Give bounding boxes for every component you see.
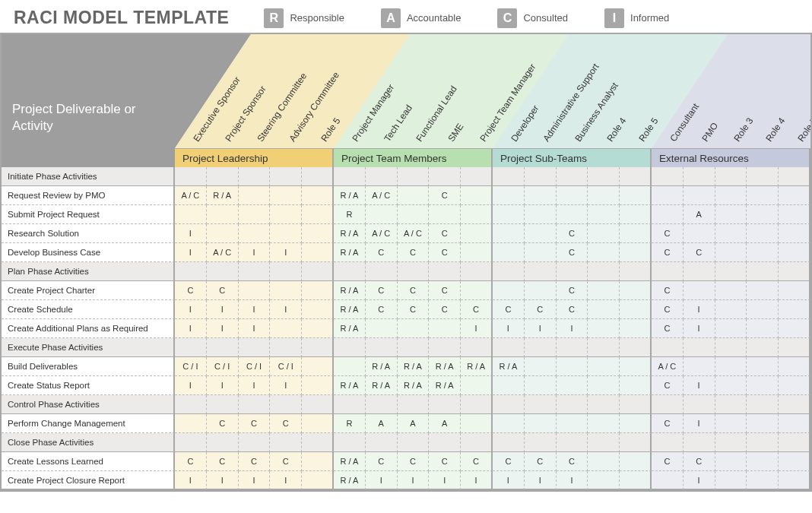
raci-cell bbox=[302, 186, 334, 205]
raci-cell bbox=[429, 167, 461, 186]
raci-cell: A bbox=[684, 205, 715, 224]
raci-cell bbox=[239, 167, 271, 186]
raci-cell bbox=[461, 395, 493, 414]
group-header: Project Leadership bbox=[175, 148, 334, 167]
raci-cell bbox=[461, 414, 493, 433]
role-label: PMO bbox=[700, 121, 721, 144]
raci-cell: A / C bbox=[398, 224, 430, 243]
raci-cell bbox=[715, 433, 747, 452]
raci-cell bbox=[779, 224, 810, 243]
raci-cell bbox=[715, 243, 747, 262]
raci-cell: A / C bbox=[366, 186, 398, 205]
raci-cell bbox=[302, 319, 334, 338]
raci-cell: I bbox=[270, 243, 302, 262]
raci-cell bbox=[366, 319, 398, 338]
raci-cell bbox=[557, 262, 588, 281]
raci-cell bbox=[461, 243, 493, 262]
raci-cell bbox=[747, 452, 779, 471]
raci-cell bbox=[398, 262, 430, 281]
raci-cell: R / A bbox=[334, 243, 366, 262]
raci-cell bbox=[588, 167, 620, 186]
raci-cell: R bbox=[334, 414, 366, 433]
legend-item: CConsulted bbox=[497, 8, 568, 28]
section-row: Execute Phase Activities bbox=[2, 338, 810, 357]
raci-cell bbox=[557, 167, 588, 186]
group-header: Project Team Members bbox=[334, 148, 493, 167]
raci-cell bbox=[715, 205, 747, 224]
raci-cell bbox=[366, 167, 398, 186]
raci-cell: I bbox=[398, 471, 430, 490]
raci-cell bbox=[652, 262, 684, 281]
role-label: Role 5 bbox=[636, 116, 660, 144]
raci-cell bbox=[620, 167, 652, 186]
raci-cell: C bbox=[652, 300, 684, 319]
role-label: Project Team Manager bbox=[477, 62, 538, 144]
raci-cell bbox=[747, 357, 779, 376]
raci-cell bbox=[429, 338, 461, 357]
raci-cell bbox=[684, 224, 715, 243]
raci-cell: C bbox=[207, 452, 239, 471]
raci-cell: I bbox=[175, 319, 207, 338]
raci-cell: C bbox=[429, 452, 461, 471]
raci-cell: C bbox=[270, 452, 302, 471]
data-row: Research SolutionIR / AA / CA / CCCC bbox=[2, 224, 810, 243]
section-row: Control Phase Activities bbox=[2, 395, 810, 414]
raci-cell bbox=[302, 167, 334, 186]
raci-cell: C bbox=[525, 452, 557, 471]
raci-cell bbox=[366, 338, 398, 357]
raci-cell bbox=[175, 395, 207, 414]
raci-cell bbox=[620, 452, 652, 471]
raci-cell bbox=[334, 433, 366, 452]
raci-cell: C bbox=[366, 243, 398, 262]
group-header: Project Sub-Teams bbox=[493, 148, 652, 167]
raci-cell: I bbox=[175, 376, 207, 395]
raci-cell bbox=[493, 186, 525, 205]
activity-label: Develop Business Case bbox=[2, 243, 175, 262]
raci-cell: R / A bbox=[366, 376, 398, 395]
raci-cell bbox=[493, 167, 525, 186]
role-label: SME bbox=[446, 122, 465, 144]
raci-cell bbox=[302, 300, 334, 319]
raci-cell bbox=[461, 376, 493, 395]
raci-cell bbox=[652, 205, 684, 224]
raci-cell bbox=[398, 433, 430, 452]
raci-cell bbox=[525, 205, 557, 224]
activity-label: Create Project Closure Report bbox=[2, 471, 175, 490]
data-row: Develop Business CaseIA / CIIR / ACCCCCC bbox=[2, 243, 810, 262]
raci-cell bbox=[557, 338, 588, 357]
raci-cell bbox=[239, 338, 271, 357]
grid-header: Project Deliverable or Activity Executiv… bbox=[2, 34, 810, 167]
raci-cell bbox=[652, 186, 684, 205]
raci-cell bbox=[620, 433, 652, 452]
raci-cell bbox=[747, 338, 779, 357]
legend: RResponsibleAAccountableCConsultedIInfor… bbox=[264, 8, 669, 28]
legend-label: Accountable bbox=[407, 12, 462, 24]
raci-grid: Project Deliverable or Activity Executiv… bbox=[0, 33, 812, 492]
raci-cell bbox=[684, 281, 715, 300]
raci-cell bbox=[239, 395, 271, 414]
raci-cell: I bbox=[429, 471, 461, 490]
raci-cell bbox=[588, 338, 620, 357]
raci-cell bbox=[270, 186, 302, 205]
raci-cell bbox=[429, 262, 461, 281]
raci-cell: C bbox=[557, 452, 588, 471]
raci-cell bbox=[747, 167, 779, 186]
raci-cell bbox=[302, 471, 334, 490]
raci-cell: I bbox=[270, 300, 302, 319]
raci-cell bbox=[207, 433, 239, 452]
raci-cell bbox=[557, 433, 588, 452]
activity-label: Create Schedule bbox=[2, 300, 175, 319]
data-row: Create ScheduleIIIIR / ACCCCCCCCI bbox=[2, 300, 810, 319]
raci-cell bbox=[557, 414, 588, 433]
section-row: Plan Phase Activities bbox=[2, 262, 810, 281]
raci-cell bbox=[302, 433, 334, 452]
raci-cell bbox=[715, 357, 747, 376]
raci-cell: I bbox=[270, 471, 302, 490]
raci-cell: R / A bbox=[334, 319, 366, 338]
data-row: Create Additional Plans as RequiredIIIR … bbox=[2, 319, 810, 338]
raci-cell bbox=[715, 414, 747, 433]
raci-cell: I bbox=[175, 300, 207, 319]
activity-label: Control Phase Activities bbox=[2, 395, 175, 414]
raci-cell bbox=[525, 395, 557, 414]
raci-cell bbox=[302, 338, 334, 357]
